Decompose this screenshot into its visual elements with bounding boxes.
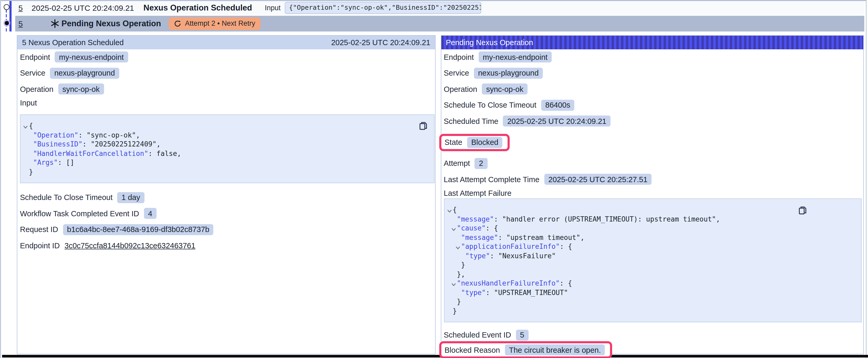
field-label: Service (444, 69, 469, 77)
json-key: "HandlerWaitForCancellation" (33, 149, 148, 157)
field-value-badge: my-nexus-endpoint (479, 52, 552, 63)
json-line: } (444, 306, 861, 316)
json-punctuation: { (29, 122, 33, 130)
history-row-event[interactable]: 5 2025-02-25 UTC 20:24:09.21 Nexus Opera… (11, 1, 864, 15)
pending-panel-title: Pending Nexus Operation (446, 38, 533, 46)
field-row-service: Servicenexus-playground (441, 65, 863, 81)
json-value: : "UPSTREAM_TIMEOUT" (486, 288, 568, 296)
field-label: Endpoint (444, 53, 474, 61)
pending-id-link[interactable]: 5 (19, 19, 23, 28)
input-json-block: {"Operation": "sync-op-ok","BusinessID":… (20, 115, 435, 183)
json-line: "Operation": "sync-op-ok", (21, 130, 434, 140)
field-label: Operation (444, 85, 477, 93)
json-line: }, (444, 269, 861, 279)
field-label: Last Attempt Complete Time (444, 175, 539, 184)
field-value-badge: my-nexus-endpoint (55, 52, 128, 63)
field-value-badge: sync-op-ok (58, 84, 104, 95)
json-value: : { (560, 242, 572, 250)
field-value-badge: 1 day (118, 192, 145, 203)
field-label: Operation (20, 85, 53, 93)
history-row-pending[interactable]: 5 Pending Nexus Operation Attempt 2 • Ne… (15, 15, 864, 32)
field-row-schedule-to-close-timeout: Schedule To Close Timeout86400s (441, 97, 863, 113)
input-section-label: Input (17, 97, 435, 108)
collapse-chevron-icon[interactable] (455, 243, 460, 248)
event-id-link[interactable]: 5 (19, 3, 23, 12)
state-row: State Blocked (441, 129, 863, 155)
field-label: Schedule To Close Timeout (20, 193, 113, 202)
json-key: "cause" (457, 224, 486, 232)
retry-icon (174, 20, 181, 27)
json-line: "nexusHandlerFailureInfo": { (444, 279, 861, 288)
field-row-scheduled-time: Scheduled Time2025-02-25 UTC 20:24:09.21 (441, 113, 863, 129)
event-detail-panel: 5 Nexus Operation Scheduled 2025-02-25 U… (17, 35, 436, 354)
json-key: "message" (457, 215, 494, 223)
json-key: "applicationFailureInfo" (461, 242, 560, 250)
field-row-operation: Operationsync-op-ok (17, 81, 435, 97)
pending-panel-header: Pending Nexus Operation (441, 35, 863, 49)
json-value: : "upstream timeout", (498, 233, 585, 241)
pending-fields-bottom: Scheduled Event ID5 (441, 327, 863, 343)
event-title: Nexus Operation Scheduled (144, 3, 252, 12)
json-line: } (444, 260, 861, 269)
field-value-badge: 2025-02-25 UTC 20:25:27.51 (544, 174, 652, 185)
json-line: "message": "handler error (UPSTREAM_TIME… (444, 215, 861, 224)
pending-fields-top: Endpointmy-nexus-endpointServicenexus-pl… (441, 49, 863, 129)
field-row-scheduled-event-id: Scheduled Event ID5 (441, 327, 863, 343)
collapse-chevron-icon[interactable] (451, 225, 456, 230)
window-top-border (0, 0, 868, 1)
json-value: : false, (148, 149, 181, 157)
json-punctuation: } (453, 307, 457, 315)
json-line: { (21, 121, 434, 130)
json-key: "message" (461, 233, 498, 241)
event-panel-time: 2025-02-25 UTC 20:24:09.21 (331, 38, 430, 46)
field-label: Schedule To Close Timeout (444, 101, 536, 109)
field-row-attempt: Attempt2 (441, 155, 863, 171)
window-left-border (0, 0, 1, 358)
event-timestamp: 2025-02-25 UTC 20:24:09.21 (32, 3, 134, 12)
json-key: "nexusHandlerFailureInfo" (457, 279, 560, 287)
field-label: Scheduled Time (444, 117, 498, 126)
pending-detail-panel: Pending Nexus Operation Endpointmy-nexus… (440, 35, 864, 354)
json-key: "BusinessID" (33, 140, 83, 148)
failure-json-block: {"message": "handler error (UPSTREAM_TIM… (444, 198, 862, 322)
json-punctuation: } (461, 261, 465, 269)
field-label: Request ID (20, 225, 58, 234)
json-line: "Args": [] (21, 158, 434, 167)
field-row-operation: Operationsync-op-ok (441, 81, 863, 97)
field-value-badge: sync-op-ok (482, 84, 528, 95)
vertical-scrollbar[interactable] (866, 0, 868, 358)
json-value: : { (486, 224, 498, 232)
event-panel-header: 5 Nexus Operation Scheduled 2025-02-25 U… (17, 35, 435, 49)
pending-fields-mid: Attempt2Last Attempt Complete Time2025-0… (441, 155, 863, 187)
json-value: : "handler error (UPSTREAM_TIMEOUT): ups… (494, 215, 720, 223)
json-line: "cause": { (444, 224, 861, 233)
field-row-last-attempt-complete-time: Last Attempt Complete Time2025-02-25 UTC… (441, 171, 863, 187)
blocked-reason-highlight-annotation: Blocked Reason The circuit breaker is op… (439, 341, 612, 358)
timeline-connector-line (6, 9, 7, 32)
json-line: } (21, 167, 434, 176)
collapse-chevron-icon[interactable] (451, 280, 456, 285)
timeline-selection-bar (9, 0, 11, 32)
json-key: "type" (465, 252, 490, 260)
collapse-chevron-icon[interactable] (447, 207, 452, 211)
field-label: Scheduled Event ID (444, 331, 511, 339)
field-value-badge: nexus-playground (474, 68, 543, 79)
field-label: Blocked Reason (444, 346, 500, 354)
event-input-preview[interactable]: {"Operation":"sync-op-ok","BusinessID":"… (285, 2, 481, 14)
field-row-endpoint-id: Endpoint ID3c0c75ccfa8144b092c13ce632463… (17, 237, 435, 254)
collapse-chevron-icon[interactable] (23, 123, 28, 128)
field-label: Endpoint ID (20, 241, 60, 250)
state-value-badge: Blocked (467, 137, 502, 148)
endpoint-id-link[interactable]: 3c0c75ccfa8144b092c13ce632463761 (65, 241, 195, 250)
field-label: Workflow Task Completed Event ID (20, 209, 139, 218)
field-label: Endpoint (20, 53, 50, 61)
timeline-pending-marker-icon (4, 21, 9, 25)
json-punctuation: } (29, 168, 33, 175)
json-value: : { (560, 279, 572, 287)
json-key: "Args" (33, 159, 58, 166)
field-value-badge: 2025-02-25 UTC 20:24:09.21 (503, 116, 611, 127)
json-punctuation: } (457, 298, 461, 305)
field-row-endpoint: Endpointmy-nexus-endpoint (17, 49, 435, 65)
field-row-workflow-task-completed-event-id: Workflow Task Completed Event ID4 (17, 205, 435, 222)
json-key: "type" (461, 288, 486, 296)
